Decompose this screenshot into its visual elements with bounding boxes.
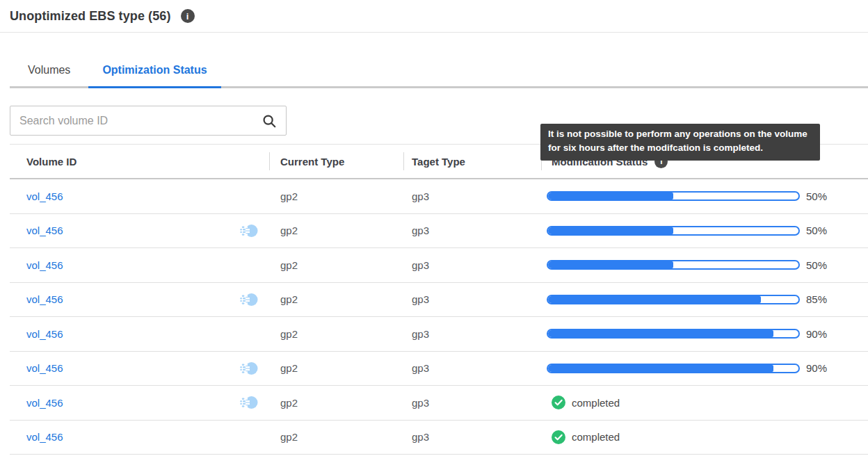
completed-label: completed bbox=[572, 431, 620, 443]
progress-status: 50% bbox=[547, 225, 827, 236]
target-type-cell: gp3 bbox=[403, 225, 541, 236]
volume-id-link[interactable]: vol_456 bbox=[26, 293, 63, 305]
tab-volumes[interactable]: Volumes bbox=[10, 59, 88, 88]
table-row: vol_456 bbox=[10, 214, 868, 249]
progress-fill bbox=[548, 261, 673, 268]
modification-status-cell: 90% bbox=[541, 362, 868, 374]
completed-status: completed bbox=[552, 396, 620, 409]
search-icon[interactable] bbox=[262, 113, 277, 129]
target-type-value: gp3 bbox=[412, 362, 429, 374]
volume-id-link[interactable]: vol_456 bbox=[26, 397, 63, 409]
target-type-value: gp3 bbox=[412, 328, 429, 340]
volume-id-cell: vol_456 bbox=[10, 291, 269, 308]
table-row: vol_456 bbox=[10, 421, 868, 455]
completed-status: completed bbox=[552, 430, 620, 444]
volume-id-link[interactable]: vol_456 bbox=[26, 259, 63, 271]
table-row: vol_456 bbox=[10, 283, 868, 318]
title-info-icon[interactable]: i bbox=[181, 9, 195, 23]
target-type-value: gp3 bbox=[412, 397, 429, 409]
target-type-value: gp3 bbox=[412, 431, 429, 443]
modification-status-cell: 50% bbox=[541, 190, 868, 202]
volume-id-link[interactable]: vol_456 bbox=[26, 328, 63, 340]
fast-transfer-icon bbox=[240, 360, 258, 377]
current-type-value: gp2 bbox=[280, 225, 298, 236]
volume-id-cell: vol_456 bbox=[10, 394, 269, 411]
progress-bar bbox=[547, 364, 800, 373]
progress-bar bbox=[547, 329, 800, 339]
column-header-current-type: Current Type bbox=[269, 145, 403, 178]
progress-status: 85% bbox=[547, 293, 827, 305]
current-type-value: gp2 bbox=[280, 259, 298, 271]
progress-fill bbox=[548, 296, 761, 303]
target-type-cell: gp3 bbox=[403, 362, 541, 374]
column-header-target-type-label: Taget Type bbox=[412, 156, 465, 168]
column-header-volume-id: Volume ID bbox=[10, 145, 269, 178]
column-header-target-type: Taget Type bbox=[403, 145, 541, 178]
current-type-value: gp2 bbox=[280, 190, 298, 202]
modification-status-cell: 90% bbox=[541, 328, 868, 340]
modification-status-cell: completed bbox=[541, 430, 868, 444]
column-header-volume-id-label: Volume ID bbox=[26, 156, 77, 168]
volume-id-link[interactable]: vol_456 bbox=[26, 225, 63, 236]
volume-id-cell: vol_456 bbox=[10, 256, 269, 273]
target-type-value: gp3 bbox=[412, 225, 429, 236]
progress-status: 90% bbox=[547, 328, 827, 340]
target-type-cell: gp3 bbox=[403, 293, 541, 305]
target-type-cell: gp3 bbox=[403, 190, 541, 202]
tab-optimization-status[interactable]: Optimization Status bbox=[88, 59, 220, 88]
tab-optimization-status-label: Optimization Status bbox=[102, 64, 207, 76]
progress-status: 50% bbox=[547, 190, 827, 202]
fast-transfer-icon bbox=[240, 394, 258, 411]
progress-percent-label: 90% bbox=[806, 328, 827, 340]
current-type-cell: gp2 bbox=[269, 225, 403, 236]
table-row: vol_456 bbox=[10, 179, 868, 214]
target-type-cell: gp3 bbox=[403, 431, 541, 443]
progress-bar bbox=[547, 191, 800, 201]
progress-bar bbox=[547, 295, 800, 304]
current-type-cell: gp2 bbox=[269, 397, 403, 409]
tab-volumes-label: Volumes bbox=[28, 64, 70, 76]
progress-percent-label: 50% bbox=[806, 259, 827, 271]
target-type-cell: gp3 bbox=[403, 259, 541, 271]
progress-percent-label: 50% bbox=[806, 190, 827, 202]
progress-fill bbox=[548, 193, 673, 200]
current-type-cell: gp2 bbox=[269, 190, 403, 202]
search-box bbox=[10, 106, 287, 136]
current-type-cell: gp2 bbox=[269, 362, 403, 374]
progress-fill bbox=[548, 227, 673, 234]
progress-percent-label: 90% bbox=[806, 362, 827, 374]
table-row: vol_456 bbox=[10, 317, 868, 352]
current-type-value: gp2 bbox=[280, 328, 298, 340]
search-input[interactable] bbox=[10, 106, 286, 135]
progress-percent-label: 85% bbox=[806, 293, 827, 305]
current-type-cell: gp2 bbox=[269, 259, 403, 271]
table-row: vol_456 bbox=[10, 352, 868, 386]
progress-status: 50% bbox=[547, 259, 827, 271]
modification-status-cell: completed bbox=[541, 396, 868, 409]
volumes-table: Volume ID Current Type Taget Type Modifi… bbox=[10, 144, 868, 455]
tab-bar: Volumes Optimization Status bbox=[0, 59, 868, 88]
volume-id-cell: vol_456 bbox=[10, 360, 269, 377]
fast-transfer-icon bbox=[240, 291, 258, 308]
progress-percent-label: 50% bbox=[806, 225, 827, 236]
volume-id-link[interactable]: vol_456 bbox=[26, 362, 63, 374]
table-row: vol_456 bbox=[10, 248, 868, 283]
volume-id-cell: vol_456 bbox=[10, 222, 269, 239]
progress-fill bbox=[548, 365, 773, 372]
target-type-cell: gp3 bbox=[403, 328, 541, 340]
current-type-value: gp2 bbox=[280, 431, 298, 443]
progress-status: 90% bbox=[547, 362, 827, 374]
progress-bar bbox=[547, 226, 800, 236]
table-row: vol_456 bbox=[10, 386, 868, 421]
modification-status-tooltip: It is not possible to perform any operat… bbox=[540, 124, 820, 161]
volume-id-cell: vol_456 bbox=[10, 325, 269, 342]
column-header-current-type-label: Current Type bbox=[280, 156, 344, 168]
current-type-cell: gp2 bbox=[269, 328, 403, 340]
volume-id-link[interactable]: vol_456 bbox=[26, 190, 63, 202]
modification-status-cell: 50% bbox=[541, 259, 868, 271]
active-tab-underline bbox=[88, 86, 220, 88]
volume-id-link[interactable]: vol_456 bbox=[26, 431, 63, 443]
target-type-value: gp3 bbox=[412, 190, 429, 202]
target-type-value: gp3 bbox=[412, 293, 429, 305]
page-title: Unoptimized EBS type (56) bbox=[10, 9, 171, 24]
